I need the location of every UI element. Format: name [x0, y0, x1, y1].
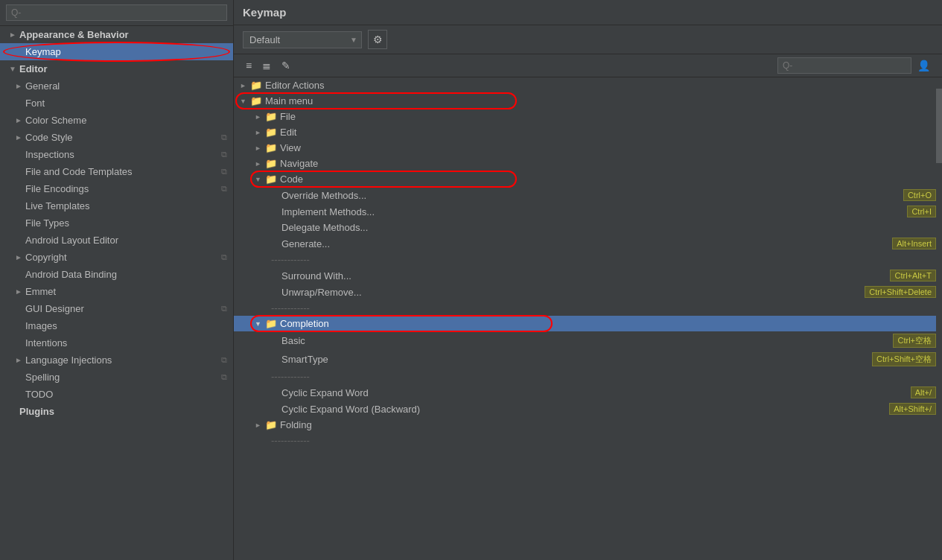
sidebar-item-gui-designer[interactable]: GUI Designer ⧉: [0, 300, 233, 317]
sidebar-item-label: File and Code Templates: [25, 166, 133, 177]
sidebar-item-label: Android Layout Editor: [25, 235, 118, 246]
kt-item-label: Code: [280, 174, 936, 185]
kt-item-folding[interactable]: 📁 Folding: [234, 417, 942, 433]
edit-button[interactable]: ✎: [279, 58, 293, 73]
kt-item-edit[interactable]: 📁 Edit: [234, 124, 942, 140]
arrow-icon: [15, 116, 22, 124]
arrow-icon: [9, 31, 16, 39]
kt-item-label: SmartType: [281, 354, 869, 365]
separator-label: ------------: [271, 435, 936, 446]
sidebar-item-label: Keymap: [25, 46, 61, 57]
find-user-button[interactable]: 👤: [914, 58, 933, 73]
copy-icon: ⧉: [221, 355, 227, 365]
sidebar-item-file-code-templates[interactable]: File and Code Templates ⧉: [0, 163, 233, 180]
sidebar-item-intentions[interactable]: Intentions: [0, 334, 233, 351]
arrow-icon: [255, 144, 262, 152]
shortcut-badge: Ctrl+Shift+空格: [872, 352, 936, 366]
arrow-icon: [15, 253, 22, 261]
kt-item-label: Generate...: [281, 238, 889, 249]
shortcut-badge: Alt+Insert: [892, 238, 936, 249]
expand-all-button[interactable]: ≣: [259, 58, 274, 73]
kt-item-file[interactable]: 📁 File: [234, 109, 942, 124]
keymap-preset-toolbar: Default Eclipse Emacs NetBeans 6.5 Visua…: [234, 25, 942, 54]
kt-item-view[interactable]: 📁 View: [234, 140, 942, 156]
sidebar-search-box: [0, 0, 233, 26]
sidebar-item-appearance[interactable]: Appearance & Behavior: [0, 26, 233, 43]
sidebar-item-label: Inspections: [25, 149, 74, 160]
kt-item-main-menu[interactable]: 📁 Main menu: [234, 93, 942, 109]
sidebar-search-input[interactable]: [6, 4, 227, 21]
sidebar-item-emmet[interactable]: Emmet: [0, 283, 233, 300]
kt-item-code[interactable]: 📁 Code: [234, 171, 942, 187]
sidebar-item-label: Editor: [19, 63, 48, 74]
kt-item-surround-with[interactable]: Surround With... Ctrl+Alt+T: [234, 267, 942, 284]
sidebar-item-font[interactable]: Font: [0, 95, 233, 112]
kt-item-unwrap-remove[interactable]: Unwrap/Remove... Ctrl+Shift+Delete: [234, 284, 942, 300]
preset-select-wrapper: Default Eclipse Emacs NetBeans 6.5 Visua…: [243, 31, 362, 48]
shortcut-badge: Ctrl+O: [903, 189, 936, 201]
sidebar-item-inspections[interactable]: Inspections ⧉: [0, 146, 233, 163]
kt-item-smarttype[interactable]: SmartType Ctrl+Shift+空格: [234, 350, 942, 369]
search-right: 👤: [777, 57, 933, 74]
kt-item-editor-actions[interactable]: 📁 Editor Actions: [234, 77, 942, 93]
folder-icon: 📁: [250, 95, 262, 106]
copy-icon: ⧉: [221, 252, 227, 262]
folder-icon: 📁: [265, 111, 277, 122]
collapse-all-button[interactable]: ≡: [243, 58, 255, 73]
sidebar-item-android-layout-editor[interactable]: Android Layout Editor: [0, 232, 233, 249]
sidebar-item-label: Spelling: [25, 372, 60, 383]
sidebar-item-language-injections[interactable]: Language Injections ⧉: [0, 351, 233, 369]
kt-item-completion[interactable]: 📁 Completion: [234, 316, 942, 331]
sidebar-item-live-templates[interactable]: Live Templates: [0, 197, 233, 214]
sidebar-item-label: Images: [25, 320, 57, 331]
kt-item-navigate[interactable]: 📁 Navigate: [234, 156, 942, 171]
sidebar-item-label: Android Data Binding: [25, 269, 117, 280]
arrow-icon: [255, 176, 262, 183]
sidebar-item-color-scheme[interactable]: Color Scheme: [0, 112, 233, 129]
action-toolbar: ≡ ≣ ✎ 👤: [234, 54, 942, 77]
kt-item-implement-methods[interactable]: Implement Methods... Ctrl+I: [234, 203, 942, 220]
sidebar-item-copyright[interactable]: Copyright ⧉: [0, 249, 233, 266]
arrow-icon: [240, 98, 247, 105]
kt-item-cyclic-expand[interactable]: Cyclic Expand Word Alt+/: [234, 384, 942, 401]
sidebar-item-file-encodings[interactable]: File Encodings ⧉: [0, 180, 233, 197]
kt-item-label: Edit: [280, 127, 936, 138]
kt-item-cyclic-expand-backward[interactable]: Cyclic Expand Word (Backward) Alt+Shift+…: [234, 401, 942, 417]
copy-icon: ⧉: [221, 133, 227, 142]
copy-icon: ⧉: [221, 304, 227, 314]
kt-item-generate[interactable]: Generate... Alt+Insert: [234, 235, 942, 252]
keymap-tree: 📁 Editor Actions 📁 Main menu 📁 File: [234, 77, 942, 560]
gear-button[interactable]: ⚙: [368, 30, 387, 49]
sidebar-item-todo[interactable]: TODO: [0, 386, 233, 403]
kt-item-override-methods[interactable]: Override Methods... Ctrl+O: [234, 187, 942, 203]
sidebar-item-editor[interactable]: Editor: [0, 60, 233, 77]
panel-title: Keymap: [243, 6, 286, 19]
preset-select[interactable]: Default Eclipse Emacs NetBeans 6.5 Visua…: [243, 31, 362, 48]
sidebar-item-keymap[interactable]: Keymap: [0, 43, 233, 60]
code-folder-wrapper: 📁 Code: [234, 171, 942, 187]
folder-icon: 📁: [265, 174, 277, 185]
arrow-icon: [255, 160, 262, 168]
scrollbar-thumb[interactable]: [936, 89, 942, 163]
kt-item-label: Folding: [280, 419, 936, 430]
sidebar-item-code-style[interactable]: Code Style ⧉: [0, 129, 233, 146]
sidebar-item-android-data-binding[interactable]: Android Data Binding: [0, 266, 233, 283]
sidebar-item-images[interactable]: Images: [0, 317, 233, 334]
sidebar-item-file-types[interactable]: File Types: [0, 214, 233, 232]
keymap-search-input[interactable]: [777, 57, 911, 74]
kt-item-delegate-methods[interactable]: Delegate Methods...: [234, 220, 942, 235]
kt-item-basic[interactable]: Basic Ctrl+空格: [234, 331, 942, 350]
sidebar-item-general[interactable]: General: [0, 77, 233, 95]
arrow-icon: [15, 356, 22, 364]
shortcut-badge: Ctrl+空格: [893, 334, 936, 348]
folder-icon: 📁: [265, 318, 277, 329]
sidebar-item-label: File Encodings: [25, 183, 89, 194]
arrow-icon: [255, 113, 262, 121]
scrollbar-track[interactable]: [936, 77, 942, 560]
folder-icon: 📁: [265, 127, 277, 138]
sidebar-item-plugins[interactable]: Plugins: [0, 403, 233, 420]
sidebar-item-spelling[interactable]: Spelling ⧉: [0, 369, 233, 386]
arrow-icon: [15, 82, 22, 90]
kt-separator-1: ------------: [234, 252, 942, 267]
arrow-icon: [255, 421, 262, 429]
